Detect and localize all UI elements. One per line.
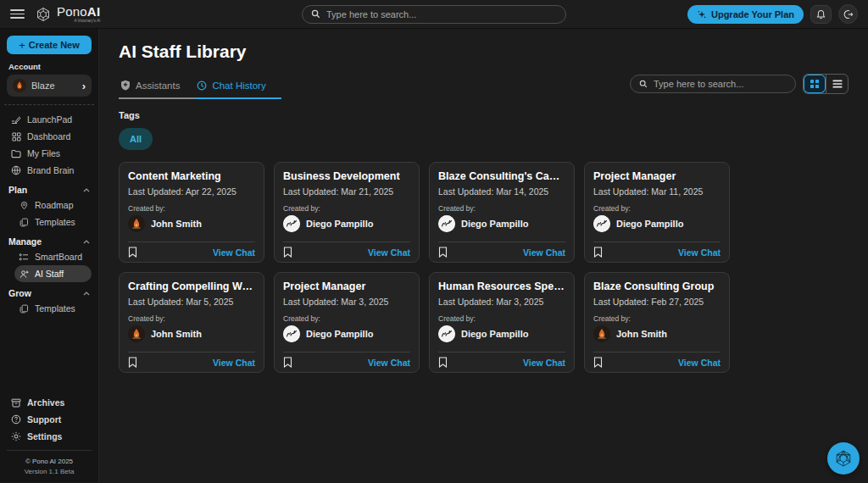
global-search-input[interactable] <box>326 9 557 19</box>
chat-card-title: Human Resources Specialist <box>438 280 565 292</box>
sidebar-item-brand-brain[interactable]: Brand Brain <box>7 162 92 179</box>
global-search[interactable] <box>302 5 566 24</box>
chat-card-last-updated: Last Updated: Apr 22, 2025 <box>128 186 255 197</box>
chat-card-last-updated: Last Updated: Mar 3, 2025 <box>438 297 565 307</box>
sidebar-section-plan[interactable]: Plan <box>8 185 90 195</box>
assistant-fab-button[interactable] <box>827 442 860 475</box>
bookmark-icon[interactable] <box>128 247 137 258</box>
notifications-button[interactable] <box>810 5 832 24</box>
chat-card-last-updated: Last Updated: Mar 3, 2025 <box>283 297 410 307</box>
view-chat-link[interactable]: View Chat <box>523 358 565 368</box>
chat-card-title: Project Manager <box>283 280 410 292</box>
sidebar-item-ai-staff[interactable]: AI Staff <box>14 265 92 282</box>
sidebar-item-my-files[interactable]: My Files <box>7 145 92 162</box>
author-name: Diego Pampillo <box>306 329 373 339</box>
list-view-icon <box>832 80 843 88</box>
bell-icon <box>816 9 826 19</box>
bookmark-icon[interactable] <box>283 357 292 368</box>
sidebar-item-support[interactable]: Support <box>7 411 92 428</box>
created-by-label: Created by: <box>438 204 565 213</box>
avatar <box>438 325 455 342</box>
bookmark-icon[interactable] <box>283 247 292 258</box>
sidebar-footer: © Pono AI 2025 Version 1.1 Beta <box>7 450 92 477</box>
chat-card: Content Marketing Last Updated: Apr 22, … <box>119 162 264 263</box>
view-chat-link[interactable]: View Chat <box>368 358 410 368</box>
version-label: Version 1.1 Beta <box>7 467 92 477</box>
sidebar-item-grow-templates[interactable]: Templates <box>14 300 92 317</box>
chevron-up-icon <box>83 291 90 296</box>
tag-chip-all[interactable]: All <box>119 128 153 150</box>
view-chat-link[interactable]: View Chat <box>213 358 255 368</box>
view-chat-link[interactable]: View Chat <box>523 247 565 258</box>
menu-icon[interactable] <box>10 7 25 21</box>
bookmark-icon[interactable] <box>128 357 137 368</box>
created-by-label: Created by: <box>128 204 255 213</box>
view-chat-link[interactable]: View Chat <box>678 247 721 258</box>
chat-card: Blaze Consulting Group Last Updated: Feb… <box>584 272 730 373</box>
view-chat-link[interactable]: View Chat <box>678 358 721 368</box>
chat-card-title: Business Development <box>283 170 410 182</box>
sidebar-section-grow[interactable]: Grow <box>8 288 90 298</box>
tab-assistants[interactable]: Assistants <box>119 80 195 99</box>
chevron-right-icon: › <box>82 80 86 92</box>
created-by-label: Created by: <box>438 314 565 323</box>
tags-label: Tags <box>119 110 849 120</box>
account-avatar <box>13 79 26 92</box>
gear-icon <box>11 431 21 441</box>
logout-button[interactable] <box>838 4 858 24</box>
sidebar-section-manage[interactable]: Manage <box>8 236 90 247</box>
sparkle-icon <box>697 9 707 19</box>
page-title: AI Staff Library <box>119 42 849 62</box>
chevron-up-icon <box>83 240 90 244</box>
avatar <box>283 325 300 342</box>
chat-card: Blaze Consulting's Capital Last Updated:… <box>429 162 575 263</box>
created-by-label: Created by: <box>593 314 721 323</box>
bookmark-icon[interactable] <box>593 357 603 368</box>
help-icon <box>11 414 21 425</box>
bookmark-icon[interactable] <box>438 357 448 368</box>
view-chat-link[interactable]: View Chat <box>368 247 410 258</box>
smartboard-icon <box>19 253 29 262</box>
tab-chat-history[interactable]: Chat History <box>195 80 281 99</box>
author-name: John Smith <box>151 329 202 339</box>
account-name: Blaze <box>31 80 55 91</box>
upgrade-plan-button[interactable]: Upgrade Your Plan <box>687 5 804 24</box>
author-name: Diego Pampillo <box>306 219 373 229</box>
sidebar-item-smartboard[interactable]: SmartBoard <box>14 248 92 265</box>
chat-card-title: Crafting Compelling Website <box>128 280 255 292</box>
view-chat-link[interactable]: View Chat <box>213 247 255 258</box>
chat-card: Business Development Last Updated: Mar 2… <box>274 162 420 263</box>
library-search[interactable] <box>630 75 796 93</box>
sidebar-item-archives[interactable]: Archives <box>7 394 92 411</box>
view-toggle <box>803 74 849 94</box>
chat-card-title: Blaze Consulting's Capital <box>438 170 565 182</box>
sidebar-item-roadmap[interactable]: Roadmap <box>14 197 92 214</box>
sidebar-item-plan-templates[interactable]: Templates <box>14 214 92 230</box>
launchpad-icon <box>11 114 21 125</box>
sidebar: + Create New Account Blaze › LaunchPad <box>0 29 99 482</box>
library-search-input[interactable] <box>654 79 787 89</box>
avatar <box>128 215 145 232</box>
chat-card-title: Blaze Consulting Group <box>593 280 721 292</box>
account-switcher[interactable]: Blaze › <box>7 75 92 97</box>
divider <box>4 104 94 105</box>
grid-view-button[interactable] <box>804 75 826 93</box>
chat-card-last-updated: Last Updated: Feb 27, 2025 <box>593 297 721 307</box>
avatar <box>593 215 610 232</box>
ai-staff-icon <box>19 269 29 279</box>
sidebar-item-dashboard[interactable]: Dashboard <box>7 128 92 145</box>
author-name: John Smith <box>151 219 202 229</box>
account-section-label: Account <box>8 62 90 71</box>
bookmark-icon[interactable] <box>438 247 448 258</box>
chat-card-last-updated: Last Updated: Mar 5, 2025 <box>128 297 255 307</box>
create-new-button[interactable]: + Create New <box>7 36 92 54</box>
sidebar-item-launchpad[interactable]: LaunchPad <box>7 111 92 128</box>
sidebar-item-settings[interactable]: Settings <box>7 428 92 445</box>
chat-card-title: Project Manager <box>593 170 721 182</box>
list-view-button[interactable] <box>826 75 848 93</box>
folder-icon <box>11 149 21 158</box>
bookmark-icon[interactable] <box>593 247 603 258</box>
grid-view-icon <box>810 79 820 89</box>
author-name: John Smith <box>616 329 667 339</box>
templates-icon <box>19 218 29 227</box>
